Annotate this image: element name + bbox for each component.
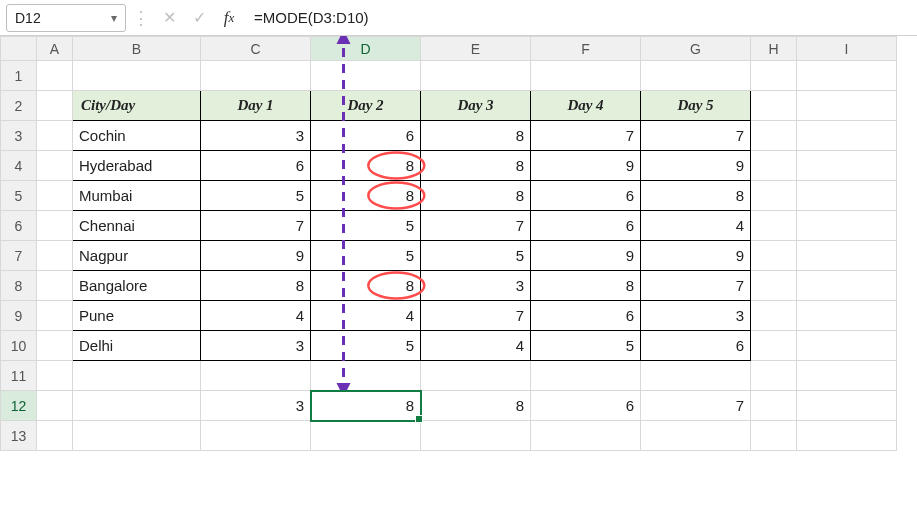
cell-I9[interactable] [797,301,897,331]
cell-H10[interactable] [751,331,797,361]
cell-G7[interactable]: 9 [641,241,751,271]
cell-F3[interactable]: 7 [531,121,641,151]
cell-G12[interactable]: 7 [641,391,751,421]
accept-icon[interactable]: ✓ [186,5,212,31]
cell-F5[interactable]: 6 [531,181,641,211]
cell-H8[interactable] [751,271,797,301]
row-header-10[interactable]: 10 [1,331,37,361]
cell-C12[interactable]: 3 [201,391,311,421]
cell-D12[interactable]: 8 [311,391,421,421]
cell-H5[interactable] [751,181,797,211]
cell-E6[interactable]: 7 [421,211,531,241]
cell-A7[interactable] [37,241,73,271]
cell-H7[interactable] [751,241,797,271]
cell-E4[interactable]: 8 [421,151,531,181]
cell-E3[interactable]: 8 [421,121,531,151]
cell-B2[interactable]: City/Day [73,91,201,121]
cell-B10[interactable]: Delhi [73,331,201,361]
cell-I5[interactable] [797,181,897,211]
cell-A10[interactable] [37,331,73,361]
cell-F2[interactable]: Day 4 [531,91,641,121]
row-header-3[interactable]: 3 [1,121,37,151]
cell-D5[interactable]: 8 [311,181,421,211]
col-header-E[interactable]: E [421,37,531,61]
cell-I2[interactable] [797,91,897,121]
cell-G10[interactable]: 6 [641,331,751,361]
cell-H11[interactable] [751,361,797,391]
cell-H1[interactable] [751,61,797,91]
cell-B9[interactable]: Pune [73,301,201,331]
row-header-5[interactable]: 5 [1,181,37,211]
row-header-6[interactable]: 6 [1,211,37,241]
cell-E7[interactable]: 5 [421,241,531,271]
cell-A4[interactable] [37,151,73,181]
cell-F13[interactable] [531,421,641,451]
cell-A9[interactable] [37,301,73,331]
cell-G6[interactable]: 4 [641,211,751,241]
cell-E1[interactable] [421,61,531,91]
cell-I11[interactable] [797,361,897,391]
cell-E2[interactable]: Day 3 [421,91,531,121]
cell-E12[interactable]: 8 [421,391,531,421]
cell-A6[interactable] [37,211,73,241]
cell-A11[interactable] [37,361,73,391]
cell-D8[interactable]: 8 [311,271,421,301]
col-header-B[interactable]: B [73,37,201,61]
cell-B7[interactable]: Nagpur [73,241,201,271]
cell-F9[interactable]: 6 [531,301,641,331]
cell-F10[interactable]: 5 [531,331,641,361]
cell-H2[interactable] [751,91,797,121]
cell-B3[interactable]: Cochin [73,121,201,151]
cell-H9[interactable] [751,301,797,331]
cell-G8[interactable]: 7 [641,271,751,301]
cell-D1[interactable] [311,61,421,91]
cell-D2[interactable]: Day 2 [311,91,421,121]
cell-D13[interactable] [311,421,421,451]
cell-H4[interactable] [751,151,797,181]
cell-I4[interactable] [797,151,897,181]
cell-C3[interactable]: 3 [201,121,311,151]
cell-D7[interactable]: 5 [311,241,421,271]
cell-F7[interactable]: 9 [531,241,641,271]
cell-A2[interactable] [37,91,73,121]
cell-F4[interactable]: 9 [531,151,641,181]
col-header-G[interactable]: G [641,37,751,61]
spreadsheet-grid[interactable]: A B C D E F G H I 12City/DayDay 1Day 2Da… [0,36,897,451]
cell-G2[interactable]: Day 5 [641,91,751,121]
cell-E11[interactable] [421,361,531,391]
cell-G5[interactable]: 8 [641,181,751,211]
cell-I6[interactable] [797,211,897,241]
cell-A5[interactable] [37,181,73,211]
select-all-corner[interactable] [1,37,37,61]
cell-I12[interactable] [797,391,897,421]
cell-G9[interactable]: 3 [641,301,751,331]
col-header-C[interactable]: C [201,37,311,61]
cell-H6[interactable] [751,211,797,241]
cell-F11[interactable] [531,361,641,391]
fx-icon[interactable]: fx [216,5,242,31]
cell-H3[interactable] [751,121,797,151]
cell-B6[interactable]: Chennai [73,211,201,241]
cell-G1[interactable] [641,61,751,91]
cell-C10[interactable]: 3 [201,331,311,361]
cell-I10[interactable] [797,331,897,361]
cell-B12[interactable] [73,391,201,421]
cell-I13[interactable] [797,421,897,451]
cell-E10[interactable]: 4 [421,331,531,361]
row-header-9[interactable]: 9 [1,301,37,331]
cell-C9[interactable]: 4 [201,301,311,331]
cell-I7[interactable] [797,241,897,271]
col-header-A[interactable]: A [37,37,73,61]
cell-A12[interactable] [37,391,73,421]
cell-G13[interactable] [641,421,751,451]
row-header-4[interactable]: 4 [1,151,37,181]
cell-C6[interactable]: 7 [201,211,311,241]
cell-B4[interactable]: Hyderabad [73,151,201,181]
cell-C7[interactable]: 9 [201,241,311,271]
cell-C13[interactable] [201,421,311,451]
cell-B1[interactable] [73,61,201,91]
cell-B5[interactable]: Mumbai [73,181,201,211]
cell-C1[interactable] [201,61,311,91]
cell-F1[interactable] [531,61,641,91]
cell-C11[interactable] [201,361,311,391]
